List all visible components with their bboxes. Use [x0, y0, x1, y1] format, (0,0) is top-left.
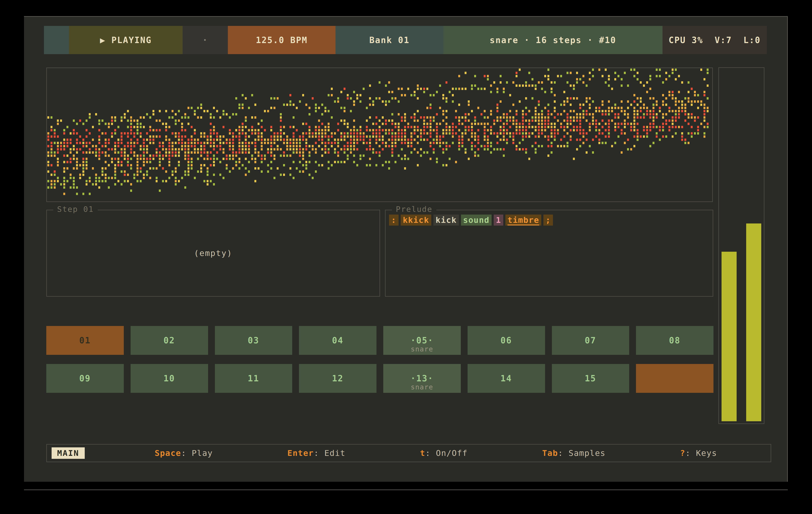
step-button-label: 15: [585, 373, 596, 383]
step-button-label: 09: [79, 373, 91, 383]
step-button-label: ·13·: [410, 373, 433, 383]
track-info[interactable]: snare · 16 steps · #10: [443, 26, 663, 54]
hint-?: ?: Keys: [680, 448, 717, 458]
hint-key: Tab: [542, 448, 558, 458]
step-button-13[interactable]: ·13·snare: [383, 364, 461, 393]
transport-status-label: ▶ PLAYING: [100, 35, 152, 45]
bpm-display-label: 125.0 BPM: [256, 35, 308, 45]
step-button-15[interactable]: 15: [552, 364, 629, 393]
prelude-panel-title: Prelude: [392, 205, 436, 213]
prelude-token[interactable]: timbre: [505, 215, 541, 225]
step-button-label: 10: [164, 373, 175, 383]
step-button-02[interactable]: 02: [130, 326, 208, 355]
step-detail-panel: Step 01 (empty): [46, 210, 380, 297]
step-sample-label: snare: [383, 383, 461, 391]
step-button-07[interactable]: 07: [552, 326, 629, 355]
hint-space: Space: Play: [155, 448, 213, 458]
step-button-01[interactable]: 01: [46, 326, 124, 355]
hint-label: : Play: [181, 448, 213, 458]
prelude-token[interactable]: sound: [461, 215, 492, 225]
app-window: ▶ PLAYING·125.0 BPMBank 01snare · 16 ste…: [24, 16, 788, 482]
mode-badge: MAIN: [52, 447, 85, 459]
scope-scatter: [47, 68, 712, 202]
hint-label: : Edit: [314, 448, 346, 458]
step-button-label: 12: [332, 373, 344, 383]
step-button-label: 06: [500, 335, 512, 345]
hint-list: Space: PlayEnter: Editt: On/OffTab: Samp…: [155, 448, 766, 458]
step-grid: 01020304·05·snare06070809101112·13·snare…: [46, 326, 714, 393]
step-button-14[interactable]: 14: [468, 364, 545, 393]
prelude-token[interactable]: 1: [494, 215, 503, 225]
step-button-label: 04: [332, 335, 344, 345]
transport-spacer: ·: [183, 26, 228, 54]
transport-spacer-label: ·: [202, 35, 208, 45]
system-stats-label: CPU 3% V:7 L:0: [669, 35, 761, 45]
step-button-08[interactable]: 08: [636, 326, 714, 355]
step-sample-label: snare: [383, 345, 461, 353]
bank-display-label: Bank 01: [369, 35, 410, 45]
step-button-label: 08: [669, 335, 680, 345]
prelude-code[interactable]: :kkickkicksound1timbre;: [389, 215, 555, 225]
scope-panel: [46, 67, 713, 202]
step-button-16[interactable]: [636, 364, 714, 393]
meter-bar-left: [722, 252, 736, 421]
step-button-11[interactable]: 11: [215, 364, 292, 393]
meter-bar-right: [746, 223, 761, 421]
system-stats: CPU 3% V:7 L:0: [663, 26, 767, 54]
screen: ▶ PLAYING·125.0 BPMBank 01snare · 16 ste…: [0, 0, 812, 514]
step-button-label: ·05·: [410, 335, 433, 345]
prelude-token[interactable]: ;: [543, 215, 553, 225]
step-button-05[interactable]: ·05·snare: [383, 326, 461, 355]
hint-label: : On/Off: [425, 448, 468, 458]
meter-panel: [718, 67, 764, 424]
status-bar: MAIN Space: PlayEnter: Editt: On/OffTab:…: [46, 444, 771, 462]
hint-key: Space: [155, 448, 181, 458]
step-empty-label: (empty): [47, 210, 379, 296]
bank-display[interactable]: Bank 01: [336, 26, 443, 54]
step-button-label: 03: [248, 335, 259, 345]
pad-block: [44, 26, 69, 54]
hint-key: ?: [680, 448, 686, 458]
step-button-label: 02: [164, 335, 175, 345]
step-button-03[interactable]: 03: [215, 326, 292, 355]
hint-enter: Enter: Edit: [287, 448, 346, 458]
hint-label: : Keys: [686, 448, 717, 458]
step-button-label: 14: [500, 373, 512, 383]
step-button-10[interactable]: 10: [130, 364, 208, 393]
transport-bar: ▶ PLAYING·125.0 BPMBank 01snare · 16 ste…: [44, 26, 767, 54]
hint-key: t: [420, 448, 425, 458]
step-button-06[interactable]: 06: [468, 326, 545, 355]
track-info-label: snare · 16 steps · #10: [490, 35, 616, 45]
transport-status[interactable]: ▶ PLAYING: [69, 26, 183, 54]
hint-label: : Samples: [558, 448, 606, 458]
hint-t: t: On/Off: [420, 448, 468, 458]
prelude-token[interactable]: :: [389, 215, 399, 225]
hint-tab: Tab: Samples: [542, 448, 606, 458]
prelude-panel: Prelude :kkickkicksound1timbre;: [385, 210, 713, 297]
step-button-label: 01: [79, 335, 91, 345]
bpm-display[interactable]: 125.0 BPM: [228, 26, 336, 54]
step-button-label: 07: [585, 335, 596, 345]
prelude-token[interactable]: kkick: [401, 215, 431, 225]
step-button-04[interactable]: 04: [299, 326, 376, 355]
hint-key: Enter: [287, 448, 314, 458]
prelude-token[interactable]: kick: [433, 215, 459, 225]
step-button-09[interactable]: 09: [46, 364, 124, 393]
step-button-label: 11: [248, 373, 259, 383]
step-button-12[interactable]: 12: [299, 364, 376, 393]
window-bottom-line: [24, 489, 788, 490]
